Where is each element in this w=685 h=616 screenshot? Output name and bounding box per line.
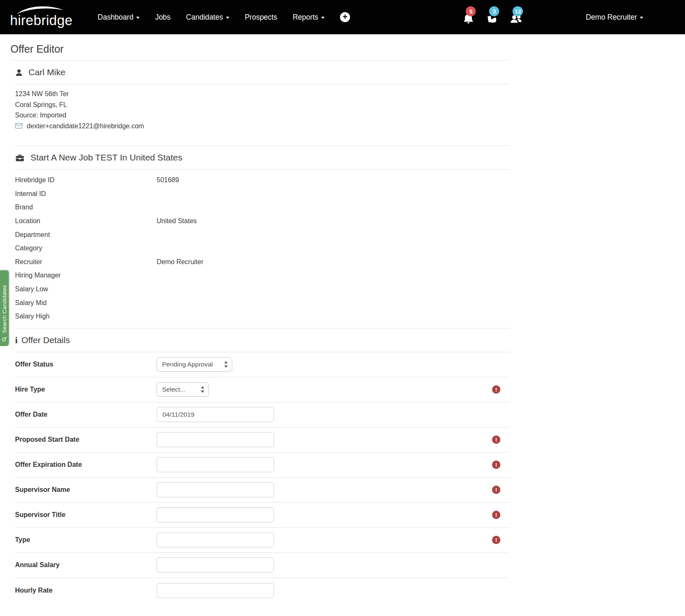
- job-field-label: Salary Mid: [15, 299, 157, 307]
- job-field-label: Recruiter: [15, 258, 157, 266]
- form-label-offer-expiration-date: Offer Expiration Date: [15, 461, 157, 468]
- logo-swoosh-icon: [16, 4, 65, 15]
- page-title: Offer Editor: [10, 43, 685, 55]
- control-area: [157, 507, 492, 522]
- address-line-2: Coral Springs, FL: [15, 99, 685, 110]
- nav-right: 5312 Demo Recruiter: [463, 10, 643, 25]
- form-row-hire-type: Hire TypeSelect...: [15, 377, 510, 402]
- job-header: Start A New Job TEST In United States: [15, 146, 685, 169]
- nav-item-candidates[interactable]: Candidates: [186, 13, 229, 22]
- nav-item-reports[interactable]: Reports: [293, 13, 325, 22]
- control-area: [157, 457, 492, 472]
- caret-down-icon: [640, 17, 643, 19]
- form-row-offer-status: Offer StatusPending Approval: [15, 352, 510, 377]
- job-field-value: United States: [157, 217, 685, 225]
- person-icon: [15, 69, 23, 76]
- control-area: [157, 432, 492, 447]
- job-field-label: Location: [15, 217, 157, 225]
- job-field-row-department: Department: [15, 228, 685, 242]
- candidate-email[interactable]: dexter+candidate1221@hirebridge.com: [27, 121, 144, 132]
- nav-item-prospects[interactable]: Prospects: [245, 13, 277, 22]
- required-error-icon: [492, 536, 500, 544]
- notification-bell-icon[interactable]: 5: [463, 10, 476, 25]
- form-label-supervisor-title: Supervisor Title: [15, 511, 157, 519]
- job-field-value: Demo Recruiter: [157, 258, 685, 266]
- job-field-row-internal-id: Internal ID: [15, 187, 685, 201]
- form-row-offer-expiration-date: Offer Expiration Date: [15, 453, 510, 478]
- job-field-row-salary-high: Salary High: [15, 310, 685, 323]
- form-label-proposed-start-date: Proposed Start Date: [15, 436, 157, 443]
- main-content: Offer Editor Carl Mike 1234 NW 56th Ter …: [0, 43, 685, 603]
- form-row-hourly-rate: Hourly Rate: [15, 578, 510, 603]
- add-button[interactable]: [340, 12, 350, 22]
- form-row-annual-salary: Annual Salary: [15, 553, 510, 578]
- job-field-row-salary-low: Salary Low: [15, 283, 685, 296]
- user-menu-label: Demo Recruiter: [586, 13, 637, 22]
- notification-phone-icon[interactable]: 3: [486, 10, 500, 25]
- job-field-label: Internal ID: [15, 190, 157, 198]
- notification-badge: 5: [466, 6, 476, 16]
- hourly-rate-input[interactable]: [157, 583, 274, 598]
- screen: hirebridge DashboardJobsCandidatesProspe…: [0, 0, 685, 616]
- job-fields-list: Hirebridge ID501689Internal IDBrandLocat…: [15, 170, 685, 328]
- form-label-offer-status: Offer Status: [15, 361, 157, 368]
- form-row-proposed-start-date: Proposed Start Date: [15, 428, 510, 453]
- navbar: hirebridge DashboardJobsCandidatesProspe…: [0, 0, 685, 34]
- select-arrows-icon: [224, 361, 228, 368]
- job-field-label: Hirebridge ID: [15, 176, 157, 184]
- control-area: [157, 407, 500, 422]
- caret-down-icon: [136, 17, 140, 19]
- annual-salary-input[interactable]: [157, 557, 274, 573]
- required-error-icon: [492, 511, 500, 519]
- job-field-label: Hiring Manager: [15, 272, 157, 279]
- required-error-icon: [492, 461, 500, 469]
- offer-expiration-date-input[interactable]: [157, 457, 274, 472]
- offer-date-input[interactable]: [157, 407, 274, 422]
- candidate-info: 1234 NW 56th Ter Coral Springs, FL Sourc…: [15, 84, 685, 145]
- source-line: Source: Imported: [15, 110, 685, 121]
- search-candidates-tab[interactable]: Search Candidates: [0, 270, 9, 346]
- type-input[interactable]: [157, 532, 274, 547]
- tab-label: Search Candidates: [1, 285, 8, 333]
- job-field-value: 501689: [157, 176, 685, 184]
- select-value: Pending Approval: [162, 361, 213, 368]
- select-offer-status[interactable]: Pending Approval: [157, 357, 232, 372]
- job-field-label: Department: [15, 231, 157, 239]
- supervisor-title-input[interactable]: [157, 507, 274, 522]
- form-label-type: Type: [15, 536, 157, 544]
- nav-item-label: Prospects: [245, 13, 277, 22]
- select-arrows-icon: [200, 386, 205, 393]
- envelope-icon: [15, 123, 23, 129]
- job-field-label: Brand: [15, 204, 157, 211]
- offer-form: Offer StatusPending ApprovalHire TypeSel…: [15, 352, 510, 603]
- caret-down-icon: [226, 17, 229, 19]
- select-hire-type[interactable]: Select...: [157, 382, 209, 397]
- form-row-supervisor-title: Supervisor Title: [15, 503, 510, 528]
- required-error-icon: [492, 385, 500, 394]
- candidate-header: Carl Mike: [15, 61, 685, 84]
- email-line: dexter+candidate1221@hirebridge.com: [15, 121, 685, 132]
- job-field-label: Salary High: [15, 313, 157, 320]
- notification-users-icon[interactable]: 12: [510, 10, 523, 25]
- nav-item-dashboard[interactable]: Dashboard: [98, 13, 140, 22]
- job-field-label: Salary Low: [15, 285, 157, 293]
- briefcase-icon: [15, 153, 25, 162]
- control-area: Pending Approval: [157, 357, 500, 372]
- info-icon: i: [15, 336, 18, 345]
- job-field-row-category: Category: [15, 242, 685, 255]
- required-error-icon: [492, 435, 500, 444]
- notification-icons: 5312: [463, 10, 523, 25]
- form-label-offer-date: Offer Date: [15, 411, 157, 418]
- form-label-hourly-rate: Hourly Rate: [15, 587, 157, 594]
- nav-item-label: Candidates: [186, 13, 223, 22]
- form-label-hire-type: Hire Type: [15, 386, 157, 393]
- address-line-1: 1234 NW 56th Ter: [15, 89, 685, 99]
- hirebridge-logo[interactable]: hirebridge: [10, 8, 73, 27]
- user-menu[interactable]: Demo Recruiter: [586, 13, 643, 22]
- job-field-row-hirebridge-id: Hirebridge ID501689: [15, 173, 685, 187]
- control-area: [157, 532, 492, 547]
- supervisor-name-input[interactable]: [157, 482, 274, 497]
- offer-details-header: i Offer Details: [15, 328, 685, 352]
- nav-item-jobs[interactable]: Jobs: [155, 13, 170, 22]
- proposed-start-date-input[interactable]: [157, 432, 274, 447]
